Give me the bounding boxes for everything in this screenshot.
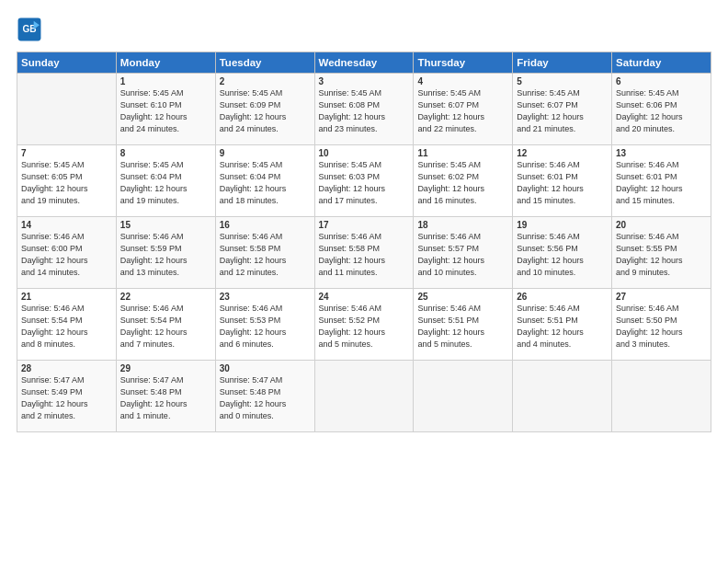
day-number: 5 [517, 76, 608, 86]
day-header-tuesday: Tuesday [215, 52, 314, 74]
calendar-cell: 30Sunrise: 5:47 AM Sunset: 5:48 PM Dayli… [215, 361, 314, 432]
calendar-cell: 3Sunrise: 5:45 AM Sunset: 6:08 PM Daylig… [314, 74, 414, 145]
calendar-cell: 26Sunrise: 5:46 AM Sunset: 5:51 PM Dayli… [513, 289, 612, 361]
day-info: Sunrise: 5:45 AM Sunset: 6:08 PM Dayligh… [319, 87, 410, 135]
day-number: 14 [21, 220, 112, 230]
day-number: 22 [120, 292, 211, 302]
day-number: 6 [616, 76, 707, 86]
day-info: Sunrise: 5:45 AM Sunset: 6:03 PM Dayligh… [319, 159, 410, 207]
day-info: Sunrise: 5:47 AM Sunset: 5:48 PM Dayligh… [220, 374, 311, 422]
calendar-cell: 20Sunrise: 5:46 AM Sunset: 5:55 PM Dayli… [612, 217, 711, 289]
day-info: Sunrise: 5:46 AM Sunset: 5:54 PM Dayligh… [120, 303, 211, 350]
day-number: 19 [517, 220, 608, 230]
calendar-cell: 27Sunrise: 5:46 AM Sunset: 5:50 PM Dayli… [612, 289, 711, 361]
day-number: 12 [517, 148, 608, 158]
calendar-cell: 24Sunrise: 5:46 AM Sunset: 5:52 PM Dayli… [314, 289, 414, 361]
calendar-cell: 25Sunrise: 5:46 AM Sunset: 5:51 PM Dayli… [414, 289, 513, 361]
day-info: Sunrise: 5:46 AM Sunset: 5:54 PM Dayligh… [21, 303, 112, 350]
day-number: 17 [319, 220, 410, 230]
day-info: Sunrise: 5:47 AM Sunset: 5:48 PM Dayligh… [120, 374, 211, 422]
day-number: 4 [417, 76, 508, 86]
day-header-monday: Monday [116, 52, 215, 74]
day-info: Sunrise: 5:46 AM Sunset: 5:51 PM Dayligh… [517, 303, 608, 350]
header: GB [17, 17, 711, 42]
day-info: Sunrise: 5:46 AM Sunset: 5:59 PM Dayligh… [120, 231, 211, 279]
day-number: 28 [21, 363, 112, 373]
day-number: 11 [417, 148, 508, 158]
day-info: Sunrise: 5:45 AM Sunset: 6:04 PM Dayligh… [220, 159, 311, 207]
day-number: 10 [319, 148, 410, 158]
day-number: 20 [616, 220, 707, 230]
calendar-table: SundayMondayTuesdayWednesdayThursdayFrid… [17, 52, 711, 432]
calendar-cell: 5Sunrise: 5:45 AM Sunset: 6:07 PM Daylig… [513, 74, 612, 145]
day-number: 29 [120, 363, 211, 373]
day-number: 7 [21, 148, 112, 158]
calendar-cell: 10Sunrise: 5:45 AM Sunset: 6:03 PM Dayli… [314, 145, 414, 217]
day-number: 2 [220, 76, 311, 86]
calendar-cell: 1Sunrise: 5:45 AM Sunset: 6:10 PM Daylig… [116, 74, 215, 145]
calendar-cell: 16Sunrise: 5:46 AM Sunset: 5:58 PM Dayli… [215, 217, 314, 289]
calendar-cell: 18Sunrise: 5:46 AM Sunset: 5:57 PM Dayli… [414, 217, 513, 289]
week-row-1: 1Sunrise: 5:45 AM Sunset: 6:10 PM Daylig… [17, 74, 711, 145]
week-row-3: 14Sunrise: 5:46 AM Sunset: 6:00 PM Dayli… [17, 217, 711, 289]
calendar-cell: 23Sunrise: 5:46 AM Sunset: 5:53 PM Dayli… [215, 289, 314, 361]
day-number: 18 [417, 220, 508, 230]
day-info: Sunrise: 5:46 AM Sunset: 5:58 PM Dayligh… [319, 231, 410, 279]
day-number: 27 [616, 292, 707, 302]
day-number: 13 [616, 148, 707, 158]
calendar-cell [414, 361, 513, 432]
week-row-2: 7Sunrise: 5:45 AM Sunset: 6:05 PM Daylig… [17, 145, 711, 217]
day-number: 24 [319, 292, 410, 302]
calendar-cell: 11Sunrise: 5:45 AM Sunset: 6:02 PM Dayli… [414, 145, 513, 217]
day-info: Sunrise: 5:45 AM Sunset: 6:02 PM Dayligh… [417, 159, 508, 207]
day-header-friday: Friday [513, 52, 612, 74]
day-info: Sunrise: 5:46 AM Sunset: 5:58 PM Dayligh… [220, 231, 311, 279]
week-row-5: 28Sunrise: 5:47 AM Sunset: 5:49 PM Dayli… [17, 361, 711, 432]
day-info: Sunrise: 5:46 AM Sunset: 5:50 PM Dayligh… [616, 303, 707, 350]
day-info: Sunrise: 5:45 AM Sunset: 6:07 PM Dayligh… [517, 87, 608, 135]
calendar-cell: 28Sunrise: 5:47 AM Sunset: 5:49 PM Dayli… [17, 361, 117, 432]
calendar-cell: 19Sunrise: 5:46 AM Sunset: 5:56 PM Dayli… [513, 217, 612, 289]
day-info: Sunrise: 5:45 AM Sunset: 6:07 PM Dayligh… [417, 87, 508, 135]
day-info: Sunrise: 5:45 AM Sunset: 6:09 PM Dayligh… [220, 87, 311, 135]
day-info: Sunrise: 5:47 AM Sunset: 5:49 PM Dayligh… [21, 374, 112, 422]
day-info: Sunrise: 5:46 AM Sunset: 6:01 PM Dayligh… [517, 159, 608, 207]
day-info: Sunrise: 5:46 AM Sunset: 6:00 PM Dayligh… [21, 231, 112, 279]
day-header-wednesday: Wednesday [314, 52, 414, 74]
logo: GB [17, 17, 46, 42]
day-number: 21 [21, 292, 112, 302]
day-info: Sunrise: 5:46 AM Sunset: 5:55 PM Dayligh… [616, 231, 707, 279]
day-number: 16 [220, 220, 311, 230]
week-row-4: 21Sunrise: 5:46 AM Sunset: 5:54 PM Dayli… [17, 289, 711, 361]
calendar-cell: 2Sunrise: 5:45 AM Sunset: 6:09 PM Daylig… [215, 74, 314, 145]
day-number: 8 [120, 148, 211, 158]
day-number: 1 [120, 76, 211, 86]
logo-icon: GB [17, 17, 42, 42]
day-number: 26 [517, 292, 608, 302]
calendar-cell [612, 361, 711, 432]
calendar-cell: 22Sunrise: 5:46 AM Sunset: 5:54 PM Dayli… [116, 289, 215, 361]
day-header-thursday: Thursday [414, 52, 513, 74]
calendar-cell [513, 361, 612, 432]
day-info: Sunrise: 5:46 AM Sunset: 5:53 PM Dayligh… [220, 303, 311, 350]
day-info: Sunrise: 5:45 AM Sunset: 6:10 PM Dayligh… [120, 87, 211, 135]
day-info: Sunrise: 5:46 AM Sunset: 5:57 PM Dayligh… [417, 231, 508, 279]
day-number: 15 [120, 220, 211, 230]
day-header-saturday: Saturday [612, 52, 711, 74]
day-header-sunday: Sunday [17, 52, 117, 74]
day-info: Sunrise: 5:46 AM Sunset: 5:51 PM Dayligh… [417, 303, 508, 350]
day-info: Sunrise: 5:46 AM Sunset: 5:56 PM Dayligh… [517, 231, 608, 279]
calendar-cell: 21Sunrise: 5:46 AM Sunset: 5:54 PM Dayli… [17, 289, 117, 361]
calendar-cell: 7Sunrise: 5:45 AM Sunset: 6:05 PM Daylig… [17, 145, 117, 217]
calendar-cell: 14Sunrise: 5:46 AM Sunset: 6:00 PM Dayli… [17, 217, 117, 289]
calendar-cell: 17Sunrise: 5:46 AM Sunset: 5:58 PM Dayli… [314, 217, 414, 289]
day-info: Sunrise: 5:45 AM Sunset: 6:05 PM Dayligh… [21, 159, 112, 207]
page: GB SundayMondayTuesdayWednesdayThursdayF… [0, 0, 728, 563]
day-number: 3 [319, 76, 410, 86]
day-number: 25 [417, 292, 508, 302]
header-row: SundayMondayTuesdayWednesdayThursdayFrid… [17, 52, 711, 74]
calendar-cell: 9Sunrise: 5:45 AM Sunset: 6:04 PM Daylig… [215, 145, 314, 217]
calendar-cell [17, 74, 117, 145]
calendar-cell [314, 361, 414, 432]
calendar-cell: 12Sunrise: 5:46 AM Sunset: 6:01 PM Dayli… [513, 145, 612, 217]
